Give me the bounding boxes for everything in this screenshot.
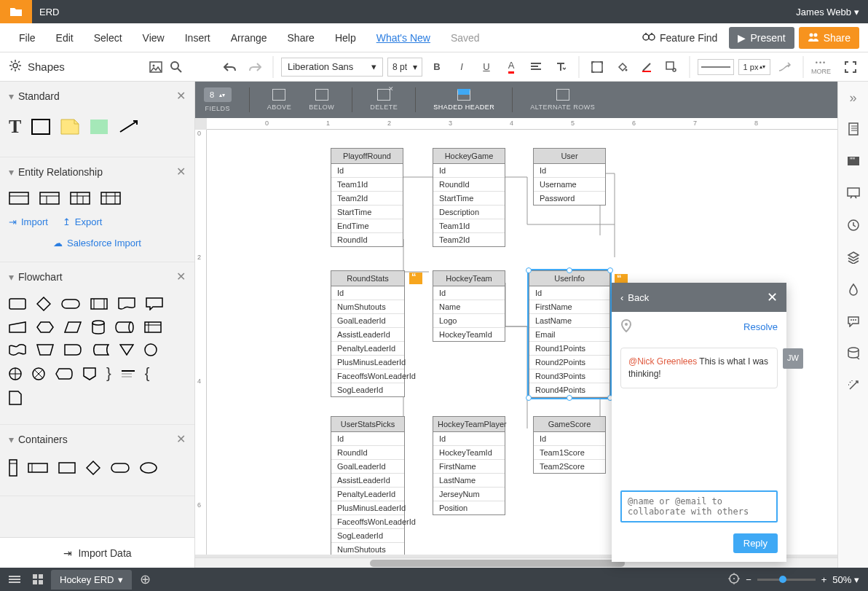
add-page-button[interactable]: ⊕ bbox=[135, 569, 155, 590]
fc-callout[interactable] bbox=[146, 297, 163, 310]
document-title[interactable]: ERD bbox=[39, 7, 787, 17]
fc-card[interactable] bbox=[9, 391, 22, 405]
page-icon[interactable] bbox=[845, 120, 862, 138]
cont-ellipse[interactable] bbox=[140, 462, 157, 474]
fc-tape[interactable] bbox=[9, 344, 26, 356]
comment-back-button[interactable]: ‹ Back bbox=[620, 292, 767, 303]
data-icon[interactable] bbox=[845, 345, 862, 362]
redo-button[interactable] bbox=[245, 57, 265, 77]
fc-note[interactable] bbox=[122, 369, 135, 379]
gear-icon[interactable] bbox=[9, 59, 22, 74]
fc-db[interactable] bbox=[92, 320, 105, 334]
fc-display[interactable] bbox=[55, 368, 73, 380]
fullscreen-button[interactable] bbox=[840, 57, 861, 77]
salesforce-import-link[interactable]: ☁Salesforce Import bbox=[53, 238, 141, 248]
quote-icon[interactable]: "" bbox=[845, 152, 862, 170]
fc-hex[interactable] bbox=[36, 321, 54, 333]
collapse-rail-icon[interactable]: » bbox=[849, 90, 856, 106]
menu-view[interactable]: View bbox=[133, 32, 175, 44]
shape-note[interactable] bbox=[60, 119, 79, 135]
line-width-select[interactable]: 1 px▴▾ bbox=[738, 59, 770, 75]
fc-connector[interactable] bbox=[144, 343, 157, 356]
fc-curly[interactable]: { bbox=[145, 365, 150, 382]
section-standard-header[interactable]: ▾ Standard ✕ bbox=[0, 82, 194, 110]
target-icon[interactable] bbox=[728, 573, 740, 587]
table-game-score[interactable]: GameScore Id Team1Score Team2Score bbox=[533, 416, 606, 474]
er-shape-2[interactable] bbox=[39, 192, 60, 205]
menu-help[interactable]: Help bbox=[325, 32, 366, 44]
close-icon[interactable]: ✕ bbox=[176, 432, 186, 446]
ink-icon[interactable] bbox=[845, 281, 862, 298]
bold-button[interactable]: B bbox=[427, 57, 447, 77]
shape-rect[interactable] bbox=[31, 119, 50, 135]
close-icon[interactable]: ✕ bbox=[176, 165, 186, 179]
line-style-select[interactable] bbox=[698, 59, 734, 75]
menu-whats-new[interactable]: What's New bbox=[366, 32, 441, 44]
er-shape-1[interactable] bbox=[9, 192, 29, 205]
menu-arrange[interactable]: Arrange bbox=[221, 32, 277, 44]
table-user[interactable]: User Id Username Password bbox=[533, 148, 606, 206]
fc-manual-input[interactable] bbox=[9, 321, 26, 333]
import-data-button[interactable]: ⇥ Import Data bbox=[0, 537, 195, 568]
delete-field[interactable]: ✕DELETE bbox=[370, 89, 398, 111]
table-round-stats[interactable]: RoundStats Id NumShutouts GoalLeaderId A… bbox=[331, 270, 405, 397]
more-button[interactable]: ••• MORE bbox=[811, 59, 831, 75]
fill-button[interactable] bbox=[612, 57, 632, 77]
fc-delay[interactable] bbox=[64, 344, 82, 356]
table-user-info[interactable]: UserInfo Id FirstName LastName Email Rou… bbox=[529, 270, 610, 398]
image-icon[interactable] bbox=[146, 57, 166, 77]
fc-data[interactable] bbox=[64, 321, 82, 333]
magic-icon[interactable] bbox=[845, 377, 862, 394]
shape-frame-button[interactable] bbox=[587, 57, 607, 77]
fc-diamond[interactable] bbox=[36, 297, 51, 311]
font-size-select[interactable]: 8 pt▾ bbox=[387, 58, 422, 77]
fields-stepper[interactable]: 8▴▾ FIELDS bbox=[204, 87, 232, 112]
italic-button[interactable]: I bbox=[451, 57, 472, 77]
fc-internal[interactable] bbox=[144, 321, 162, 333]
close-icon[interactable]: ✕ bbox=[176, 89, 186, 103]
table-hockey-game[interactable]: HockeyGame Id RoundId StartTime Descript… bbox=[433, 148, 505, 247]
chat-icon[interactable] bbox=[845, 313, 862, 330]
align-button[interactable] bbox=[526, 57, 546, 77]
font-select[interactable]: Liberation Sans▾ bbox=[281, 58, 383, 77]
fc-rect[interactable] bbox=[9, 298, 26, 310]
layers-icon[interactable] bbox=[845, 248, 862, 266]
table-hockey-team-player[interactable]: HockeyTeamPlayer Id HockeyTeamId FirstNa… bbox=[433, 416, 505, 515]
close-icon[interactable]: ✕ bbox=[176, 270, 186, 283]
comment-indicator-icon[interactable] bbox=[409, 273, 422, 284]
text-color-button[interactable]: A bbox=[501, 57, 521, 77]
fc-doc[interactable] bbox=[118, 297, 135, 310]
fc-predef[interactable] bbox=[90, 298, 108, 310]
alternate-rows-toggle[interactable]: ALTERNATE ROWS bbox=[530, 89, 595, 111]
shaded-header-toggle[interactable]: SHADED HEADER bbox=[433, 89, 494, 111]
list-view-icon[interactable] bbox=[4, 569, 25, 590]
menu-select[interactable]: Select bbox=[84, 32, 133, 44]
user-menu[interactable]: James Webb ▾ bbox=[787, 7, 868, 17]
present-button[interactable]: ▶ Present bbox=[729, 27, 794, 49]
export-link[interactable]: ↥Export bbox=[63, 216, 103, 227]
import-link[interactable]: ⇥Import bbox=[9, 216, 48, 227]
fc-direct[interactable] bbox=[115, 321, 134, 333]
table-hockey-team[interactable]: HockeyTeam Id Name Logo HockeyTeamId bbox=[433, 270, 505, 342]
undo-button[interactable] bbox=[220, 57, 240, 77]
er-shape-4[interactable] bbox=[100, 192, 121, 205]
share-button[interactable]: Share bbox=[799, 27, 859, 49]
zoom-in-button[interactable]: + bbox=[821, 574, 827, 585]
cont-diamond[interactable] bbox=[86, 461, 100, 475]
fc-stored[interactable] bbox=[92, 344, 109, 356]
shape-block[interactable] bbox=[90, 119, 108, 135]
grid-view-icon[interactable] bbox=[28, 569, 48, 590]
zoom-value[interactable]: 50% ▾ bbox=[832, 574, 859, 585]
table-user-stats-picks[interactable]: UserStatsPicks Id RoundId GoalLeaderId A… bbox=[331, 416, 405, 555]
reply-button[interactable]: Reply bbox=[733, 533, 778, 553]
menu-file[interactable]: File bbox=[9, 32, 46, 44]
resolve-link[interactable]: Resolve bbox=[743, 321, 778, 332]
comment-close-button[interactable]: ✕ bbox=[767, 289, 778, 305]
present-icon[interactable] bbox=[845, 184, 862, 202]
fc-manual[interactable] bbox=[36, 344, 54, 356]
add-above[interactable]: ABOVE bbox=[267, 89, 292, 111]
page-tab[interactable]: Hockey ERD ▾ bbox=[51, 570, 132, 590]
add-below[interactable]: BELOW bbox=[309, 89, 334, 111]
menu-share[interactable]: Share bbox=[277, 32, 325, 44]
arrow-style-button[interactable] bbox=[775, 57, 795, 77]
